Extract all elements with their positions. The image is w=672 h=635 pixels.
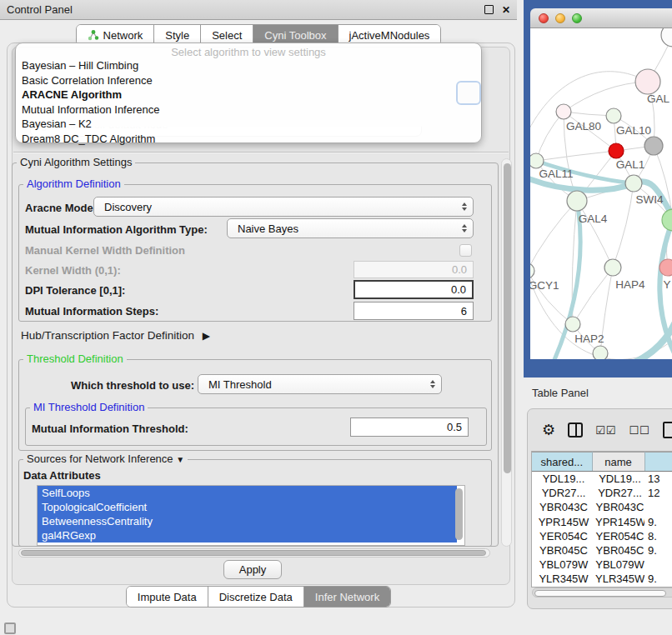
combo-stepper-icon bbox=[462, 202, 467, 211]
which-threshold-combobox[interactable]: MI Threshold bbox=[198, 374, 442, 394]
which-threshold-value: MI Threshold bbox=[208, 378, 272, 391]
network-edge bbox=[613, 183, 634, 268]
mi-type-label: Mutual Information Algorithm Type: bbox=[25, 223, 208, 236]
network-node[interactable] bbox=[530, 153, 544, 168]
new-table-icon[interactable] bbox=[663, 422, 672, 438]
settings-scrollbar-thumb[interactable] bbox=[504, 163, 511, 473]
apply-button[interactable]: Apply bbox=[223, 560, 282, 579]
table-horizontal-scrollbar[interactable] bbox=[532, 588, 672, 598]
network-node[interactable] bbox=[530, 263, 534, 278]
mi-steps-value: 6 bbox=[461, 305, 467, 318]
dropdown-item[interactable]: Basic Correlation Inference bbox=[16, 73, 481, 88]
window-grip-icon[interactable] bbox=[4, 622, 16, 634]
network-node[interactable] bbox=[662, 209, 672, 231]
manual-kernel-label: Manual Kernel Width Definition bbox=[25, 244, 185, 257]
node-attribute-table[interactable]: shared... name A YDL19...YDL19...13 YDR2… bbox=[532, 452, 672, 588]
list-item[interactable]: TopologicalCoefficient bbox=[38, 500, 457, 514]
dpi-tolerance-value: 0.0 bbox=[451, 283, 466, 296]
table-row[interactable]: YBL079WYBL079W bbox=[532, 558, 672, 572]
network-edge bbox=[536, 112, 564, 161]
list-scrollbar-thumb[interactable] bbox=[455, 488, 463, 540]
table-hscrollbar-thumb[interactable] bbox=[534, 590, 666, 597]
split-columns-icon[interactable] bbox=[568, 422, 583, 438]
network-node-label: GAL bbox=[647, 92, 670, 105]
network-node[interactable] bbox=[609, 143, 624, 158]
table-header-row: shared... name A bbox=[532, 452, 672, 472]
mi-threshold-value: 0.5 bbox=[447, 421, 462, 433]
table-row[interactable]: YDR27...YDR27...12 bbox=[532, 486, 672, 500]
deselect-all-checkboxes-icon[interactable]: ☐☐ bbox=[629, 424, 649, 437]
dropdown-item[interactable]: Bayesian – Hill Climbing bbox=[16, 58, 481, 73]
dropdown-item-selected[interactable]: ARACNE Algorithm bbox=[16, 88, 481, 102]
network-node[interactable] bbox=[604, 259, 621, 276]
table-row[interactable]: YER054CYER054C8. bbox=[532, 529, 672, 543]
aracne-mode-combobox[interactable]: Discovery bbox=[93, 197, 474, 217]
list-item[interactable]: BetweennessCentrality bbox=[38, 514, 457, 528]
close-traffic-light-icon[interactable] bbox=[539, 13, 549, 23]
settings-hscrollbar-thumb[interactable] bbox=[21, 550, 486, 556]
dropdown-item[interactable]: Mutual Information Inference bbox=[16, 102, 481, 118]
column-header[interactable]: shared... bbox=[532, 452, 592, 472]
network-node-label: HAP2 bbox=[574, 332, 604, 345]
network-node[interactable] bbox=[659, 259, 672, 276]
table-row[interactable]: YBR043CYBR043C bbox=[532, 500, 672, 514]
settings-horizontal-scrollbar[interactable] bbox=[18, 548, 490, 558]
mi-type-combobox[interactable]: Naive Bayes bbox=[227, 218, 474, 238]
combo-stepper-icon bbox=[462, 224, 467, 232]
network-node[interactable] bbox=[635, 69, 660, 94]
list-item[interactable]: SelfLoops bbox=[38, 486, 457, 500]
tab-infer-network[interactable]: Infer Network bbox=[303, 587, 390, 607]
zoom-traffic-light-icon[interactable] bbox=[572, 13, 582, 23]
dpi-tolerance-input[interactable]: 0.0 bbox=[354, 280, 474, 299]
network-node[interactable] bbox=[565, 317, 580, 332]
table-container: shared... name A YDL19...YDL19...13 YDR2… bbox=[531, 451, 672, 588]
threshold-definition-title: Threshold Definition bbox=[23, 353, 127, 365]
tab-impute-data[interactable]: Impute Data bbox=[127, 587, 208, 607]
network-node[interactable] bbox=[644, 137, 663, 155]
network-node[interactable] bbox=[556, 104, 571, 119]
settings-vertical-scrollbar[interactable] bbox=[501, 158, 512, 547]
control-panel-titlebar[interactable]: Control Panel ✕ bbox=[0, 0, 517, 20]
screen: Control Panel ✕ Network Style Sel bbox=[0, 0, 672, 635]
table-row[interactable]: YLR345WYLR345W9. bbox=[532, 572, 672, 586]
network-edge bbox=[564, 82, 648, 112]
algorithm-dropdown[interactable]: Select algorithm to view settings Bayesi… bbox=[15, 42, 482, 143]
network-node[interactable] bbox=[625, 175, 642, 192]
mi-steps-input[interactable]: 6 bbox=[354, 302, 474, 320]
algorithm-dropdown-placeholder: Select algorithm to view settings bbox=[16, 43, 481, 58]
ghost-focused-combo bbox=[456, 81, 481, 105]
hub-definition-toggle[interactable]: Hub/Transcription Factor Definition ▶ bbox=[21, 329, 210, 342]
network-node[interactable] bbox=[606, 108, 621, 123]
which-threshold-label: Which threshold to use: bbox=[71, 379, 194, 392]
dropdown-item[interactable]: Bayesian – K2 bbox=[16, 117, 481, 132]
list-item[interactable]: gal4RGexp bbox=[38, 528, 457, 542]
manual-kernel-checkbox[interactable] bbox=[459, 244, 472, 257]
table-row[interactable]: YDL19...YDL19...13 bbox=[532, 472, 672, 487]
network-node[interactable] bbox=[661, 28, 672, 47]
network-window-titlebar[interactable] bbox=[530, 8, 672, 28]
data-attributes-list[interactable]: SelfLoops TopologicalCoefficient Between… bbox=[37, 485, 465, 546]
mi-threshold-input[interactable]: 0.5 bbox=[350, 418, 469, 437]
network-view-canvas[interactable]: GALGAL80GAL10GAL1GAL11SWI4GAL4GCY1HAP4YH… bbox=[530, 28, 672, 359]
network-icon bbox=[88, 29, 99, 41]
data-attributes-label: Data Attributes bbox=[23, 469, 101, 482]
tab-discretize-data[interactable]: Discretize Data bbox=[208, 587, 303, 607]
table-row[interactable]: YPR145WYPR145W9. bbox=[532, 515, 672, 529]
aracne-mode-value: Discovery bbox=[104, 201, 152, 213]
kernel-width-input[interactable]: 0.0 bbox=[354, 261, 474, 278]
sources-group-title[interactable]: Sources for Network Inference ▼ bbox=[23, 453, 188, 466]
network-node-label: GAL10 bbox=[616, 124, 651, 137]
table-row[interactable]: YBR045CYBR045C9. bbox=[532, 543, 672, 558]
close-window-icon[interactable]: ✕ bbox=[502, 5, 510, 15]
gear-icon[interactable]: ⚙ bbox=[542, 422, 555, 438]
dropdown-item[interactable]: Dream8 DC_TDC Algorithm bbox=[16, 132, 481, 147]
network-node[interactable] bbox=[593, 346, 608, 359]
column-header[interactable]: A bbox=[644, 452, 672, 472]
column-header[interactable]: name bbox=[592, 452, 644, 472]
kernel-width-label: Kernel Width (0,1): bbox=[25, 264, 121, 277]
minimize-traffic-light-icon[interactable] bbox=[555, 13, 565, 23]
float-window-icon[interactable] bbox=[484, 5, 494, 14]
algorithm-definition-title: Algorithm Definition bbox=[23, 178, 124, 190]
network-node[interactable] bbox=[567, 191, 587, 211]
select-all-checkboxes-icon[interactable]: ☑☑ bbox=[595, 424, 616, 437]
